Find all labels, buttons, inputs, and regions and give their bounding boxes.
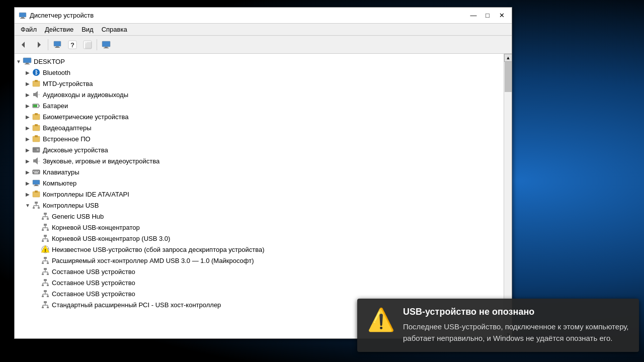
close-button[interactable]: ✕ xyxy=(496,10,508,21)
svg-rect-105 xyxy=(44,290,47,292)
tree-item-compositeusb3[interactable]: Составное USB устройство xyxy=(15,288,504,299)
tree-expand-mtd[interactable]: ▶ xyxy=(24,79,32,87)
tree-label-mtd: МТD-устройства xyxy=(43,80,93,87)
svg-rect-70 xyxy=(42,229,44,231)
menu-file[interactable]: Файл xyxy=(17,25,41,34)
monitor-button[interactable] xyxy=(99,38,113,52)
toolbar-separator xyxy=(48,39,48,50)
svg-rect-91 xyxy=(44,268,47,270)
tree-expand-compositeusb2[interactable] xyxy=(33,279,41,287)
tree-expand-computer[interactable]: ▶ xyxy=(24,179,32,187)
svg-rect-78 xyxy=(47,240,49,242)
tree-item-rootusb2[interactable]: Корневой USB-концентратор (USB 3.0) xyxy=(15,233,504,244)
forward-button[interactable] xyxy=(32,38,46,52)
notification-content: USB-устройство не опознано Последнее USB… xyxy=(403,307,629,344)
svg-rect-2 xyxy=(20,18,25,19)
tree-item-audio[interactable]: ▶ ~ Аудиовходы и аудиовыходы xyxy=(15,89,504,100)
help-button[interactable]: ? xyxy=(65,38,79,52)
tree-icon-sound: ~ xyxy=(32,156,41,165)
tree-item-amdusb[interactable]: Расширяемый хост-контроллер AMD USB 3.0 … xyxy=(15,255,504,266)
update-button[interactable]: ⬜ xyxy=(80,38,95,52)
tree-item-videoadapter[interactable]: ▶ Видеоадаптеры xyxy=(15,122,504,133)
tree-expand-compositeusb1[interactable] xyxy=(33,267,41,276)
tree-expand-battery[interactable]: ▶ xyxy=(24,102,32,110)
tree-item-rootusb1[interactable]: Корневой USB-концентратор xyxy=(15,222,504,233)
scrollbar[interactable]: ▲ ▼ xyxy=(504,54,512,338)
tree-expand-keyboard[interactable]: ▶ xyxy=(24,168,32,176)
tree-expand-ideata[interactable]: ▶ xyxy=(24,190,32,198)
menu-help[interactable]: Справка xyxy=(98,25,131,34)
tree-item-desktop[interactable]: ▼ DESKTOP xyxy=(15,56,504,67)
tree-expand-unknown[interactable] xyxy=(33,245,41,253)
tree-item-diskdrives[interactable]: ▶ Дисковые устройства xyxy=(15,144,504,155)
back-button[interactable] xyxy=(17,38,31,52)
tree-expand-sound[interactable]: ▶ xyxy=(24,157,32,165)
svg-rect-118 xyxy=(47,307,49,308)
tree-icon-genericusb xyxy=(41,212,50,221)
tree-item-usbctrl[interactable]: ▼ Контроллеры USB xyxy=(15,200,504,211)
tree-item-sound[interactable]: ▶ ~ Звуковые, игровые и видеоустройства xyxy=(15,155,504,166)
svg-rect-31 xyxy=(35,124,38,126)
tree-item-builtin[interactable]: ▶ Встроенное ПО xyxy=(15,133,504,144)
tree-expand-audio[interactable]: ▶ xyxy=(24,90,32,99)
title-bar: Диспетчер устройств — □ ✕ xyxy=(15,8,512,24)
svg-rect-51 xyxy=(35,202,38,204)
maximize-button[interactable]: □ xyxy=(481,10,494,21)
scroll-track[interactable] xyxy=(504,62,512,330)
notification-body: Последнее USB-устройство, подключенное к… xyxy=(403,321,629,344)
tree-item-unknown[interactable]: ! Неизвестное USB-устройство (сбой запро… xyxy=(15,244,504,255)
tree-expand-rootusb1[interactable] xyxy=(33,223,41,231)
tree-icon-desktop xyxy=(23,57,32,66)
tree-expand-usbctrl[interactable]: ▼ xyxy=(24,201,32,209)
notification-popup: ⚠️ USB-устройство не опознано Последнее … xyxy=(357,299,639,352)
tree-item-genericusb[interactable]: Generic USB Hub xyxy=(15,211,504,222)
tree-item-ideata[interactable]: ▶ Контроллеры IDE ATA/ATAPI xyxy=(15,189,504,200)
svg-rect-110 xyxy=(42,296,44,297)
tree-expand-genericusb[interactable] xyxy=(33,212,41,220)
svg-rect-43 xyxy=(36,171,37,172)
svg-rect-29 xyxy=(35,113,38,115)
svg-rect-44 xyxy=(38,171,39,172)
tree-item-biometric[interactable]: ▶ Биометрические устройства xyxy=(15,111,504,122)
menu-action[interactable]: Действие xyxy=(41,25,77,34)
svg-rect-27 xyxy=(33,105,37,107)
svg-point-35 xyxy=(37,149,39,151)
menu-view[interactable]: Вид xyxy=(77,25,98,34)
tree-expand-bluetooth[interactable]: ▶ xyxy=(24,68,32,76)
tree-item-keyboard[interactable]: ▶ Клавиатуры xyxy=(15,166,504,177)
tree-expand-biometric[interactable]: ▶ xyxy=(24,113,32,121)
scroll-up[interactable]: ▲ xyxy=(504,54,512,62)
tree-expand-amdusb[interactable] xyxy=(33,256,41,264)
tree-label-amdusb: Расширяемый хост-контроллер AMD USB 3.0 … xyxy=(52,257,254,264)
tree-label-genericusb: Generic USB Hub xyxy=(52,213,104,220)
tree-item-battery[interactable]: ▶ Батареи xyxy=(15,100,504,111)
tree-item-bluetooth[interactable]: ▶ ᛒ Bluetooth xyxy=(15,67,504,78)
tree-icon-unknown: ! xyxy=(41,245,50,254)
tree-expand-videoadapter[interactable]: ▶ xyxy=(24,124,32,132)
tree-item-computer[interactable]: ▶ Компьютер xyxy=(15,177,504,189)
svg-rect-97 xyxy=(47,274,49,275)
svg-rect-5 xyxy=(54,41,61,46)
svg-text:~: ~ xyxy=(38,93,40,97)
svg-rect-21 xyxy=(35,80,38,82)
svg-rect-45 xyxy=(34,172,38,173)
tree-expand-pciusb[interactable] xyxy=(33,301,41,309)
tree-item-mtd[interactable]: ▶ МТD-устройства xyxy=(15,78,504,89)
tree-expand-desktop[interactable]: ▼ xyxy=(15,57,23,65)
svg-rect-71 xyxy=(47,229,49,231)
tree-label-usbctrl: Контроллеры USB xyxy=(43,202,99,209)
tree-label-diskdrives: Дисковые устройства xyxy=(43,146,108,154)
tree-expand-compositeusb3[interactable] xyxy=(33,290,41,298)
scroll-thumb[interactable] xyxy=(505,62,512,92)
device-tree[interactable]: ▼ DESKTOP▶ ᛒ Bluetooth▶ МТD-устройства▶ … xyxy=(15,54,504,338)
tree-item-compositeusb2[interactable]: Составное USB устройство xyxy=(15,277,504,288)
tree-expand-builtin[interactable]: ▶ xyxy=(24,135,32,143)
tree-expand-diskdrives[interactable]: ▶ xyxy=(24,146,32,154)
window-icon xyxy=(19,12,27,20)
tree-item-compositeusb1[interactable]: Составное USB устройство xyxy=(15,266,504,277)
minimize-button[interactable]: — xyxy=(467,10,479,21)
svg-rect-12 xyxy=(102,41,110,47)
properties-button[interactable] xyxy=(50,38,64,52)
svg-rect-42 xyxy=(35,171,36,172)
tree-expand-rootusb2[interactable] xyxy=(33,234,41,242)
